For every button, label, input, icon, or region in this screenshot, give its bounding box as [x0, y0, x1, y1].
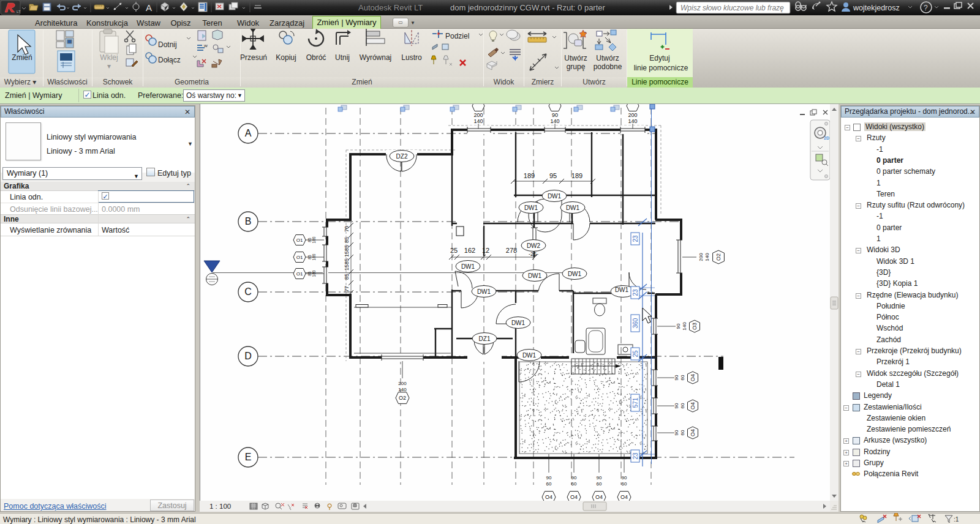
- svg-text:O1: O1: [296, 255, 303, 260]
- svg-text:E: E: [245, 452, 252, 462]
- svg-text:25: 25: [450, 247, 458, 254]
- svg-text:571: 571: [632, 397, 639, 408]
- svg-text:60: 60: [571, 481, 577, 487]
- svg-text:w: w: [203, 43, 208, 48]
- svg-text:162: 162: [464, 247, 475, 254]
- svg-text:95: 95: [549, 172, 557, 179]
- svg-text:O4: O4: [545, 494, 552, 500]
- svg-text:85: 85: [307, 255, 312, 260]
- svg-text:90: 90: [597, 475, 602, 481]
- svg-text:278: 278: [506, 247, 517, 254]
- svg-text:O3: O3: [692, 323, 698, 330]
- svg-text:O1: O1: [296, 271, 303, 277]
- svg-text:90: 90: [676, 323, 681, 329]
- svg-text:1 : 100: 1 : 100: [209, 503, 231, 510]
- svg-text:200: 200: [398, 381, 407, 386]
- svg-text:A: A: [146, 2, 152, 13]
- svg-text:DW1: DW1: [522, 352, 537, 359]
- svg-text:O4: O4: [690, 374, 696, 381]
- svg-text:O4: O4: [595, 494, 603, 500]
- svg-text:DZ2: DZ2: [396, 153, 408, 160]
- svg-text:90: 90: [674, 403, 679, 408]
- svg-text:200: 200: [698, 253, 704, 261]
- svg-text:140: 140: [682, 322, 687, 331]
- svg-text:90: 90: [674, 430, 679, 435]
- svg-text:85: 85: [307, 271, 312, 276]
- svg-text:1585: 1585: [344, 258, 350, 271]
- svg-text:O4: O4: [570, 494, 578, 500]
- svg-text:140: 140: [704, 253, 710, 261]
- svg-text:200: 200: [473, 112, 483, 118]
- svg-text:60: 60: [546, 481, 552, 487]
- svg-text:B: B: [245, 216, 252, 226]
- svg-text:140: 140: [473, 118, 483, 124]
- svg-text:85: 85: [344, 274, 350, 280]
- svg-text:90: 90: [552, 112, 558, 118]
- svg-text:C: C: [244, 286, 252, 297]
- svg-text:O2: O2: [715, 253, 722, 261]
- svg-text:-25-: -25-: [529, 251, 538, 257]
- svg-text:O1: O1: [296, 238, 303, 243]
- svg-text:DW1: DW1: [548, 193, 562, 200]
- svg-text:DW2: DW2: [527, 242, 541, 249]
- svg-text:O4: O4: [690, 429, 696, 436]
- svg-text:85: 85: [307, 238, 312, 242]
- svg-text:60: 60: [680, 430, 685, 435]
- svg-text:180: 180: [312, 236, 316, 243]
- svg-text:200: 200: [628, 112, 637, 118]
- svg-text:A: A: [245, 128, 252, 138]
- svg-text:90: 90: [571, 475, 577, 481]
- svg-text:189: 189: [524, 172, 535, 179]
- svg-text:O4: O4: [690, 402, 696, 410]
- svg-text:2D: 2D: [824, 136, 829, 140]
- svg-text:140: 140: [398, 387, 407, 392]
- svg-text:25: 25: [632, 350, 639, 357]
- svg-text:180: 180: [312, 253, 316, 260]
- svg-text:O2: O2: [399, 395, 406, 401]
- svg-text:12: 12: [482, 247, 489, 254]
- svg-text:360: 360: [632, 318, 639, 328]
- svg-text:DW1: DW1: [511, 320, 526, 326]
- svg-text:23: 23: [632, 235, 639, 242]
- svg-text:LT: LT: [17, 10, 21, 13]
- svg-text:90: 90: [674, 375, 679, 380]
- svg-text:?: ?: [924, 4, 928, 12]
- svg-text:23: 23: [632, 452, 639, 460]
- svg-text:60: 60: [680, 375, 685, 380]
- svg-text:180: 180: [312, 270, 316, 277]
- svg-text:wojtekjedrosz: wojtekjedrosz: [853, 4, 900, 12]
- svg-text:140: 140: [628, 118, 637, 124]
- svg-text:60: 60: [680, 403, 685, 408]
- svg-text:O4: O4: [620, 494, 628, 500]
- svg-text:189: 189: [571, 172, 582, 179]
- svg-text:1585: 1585: [344, 245, 350, 257]
- svg-text:85: 85: [344, 237, 350, 243]
- svg-text:DW1: DW1: [615, 286, 629, 293]
- svg-text:DW1: DW1: [566, 204, 580, 211]
- svg-text:DW1: DW1: [477, 288, 491, 295]
- svg-text::1: :1: [954, 516, 959, 523]
- svg-text:90: 90: [546, 475, 552, 481]
- svg-text:Wpisz słowo kluczowe lub frazę: Wpisz słowo kluczowe lub frazę: [680, 4, 784, 12]
- svg-text:DW1: DW1: [461, 263, 475, 270]
- svg-text:DZ1: DZ1: [479, 335, 491, 342]
- svg-text:DW1: DW1: [568, 271, 582, 277]
- svg-text:DW1: DW1: [528, 272, 542, 279]
- svg-text:DW1: DW1: [524, 204, 538, 211]
- svg-text:60: 60: [622, 481, 627, 487]
- svg-text:140: 140: [550, 118, 559, 124]
- svg-text:70: 70: [344, 226, 350, 232]
- svg-text:D: D: [244, 351, 252, 361]
- svg-text:90: 90: [622, 475, 627, 481]
- svg-text:60: 60: [597, 481, 602, 487]
- svg-text:23: 23: [632, 289, 639, 296]
- svg-text:77: 77: [344, 286, 350, 292]
